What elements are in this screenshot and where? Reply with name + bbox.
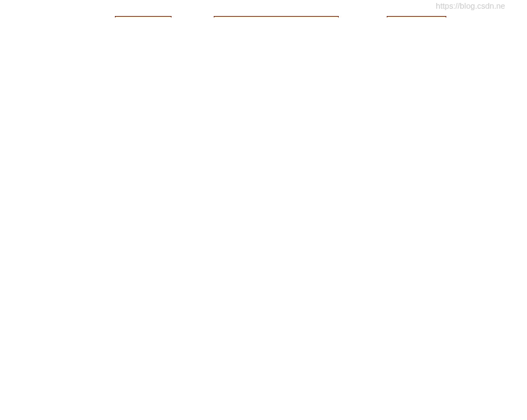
class-gameshow: GameShow -mainFrame: JFrame-mainPanel: J… [214,16,339,17]
class-time: Time -Time：Timer +Time() [387,16,446,17]
class-jframe: JFrame [115,16,172,17]
class-title: JFrame [116,17,171,17]
watermark: https://blog.csdn.ne [436,1,505,10]
class-title: GameShow [214,17,338,17]
class-title: Time [387,17,446,17]
